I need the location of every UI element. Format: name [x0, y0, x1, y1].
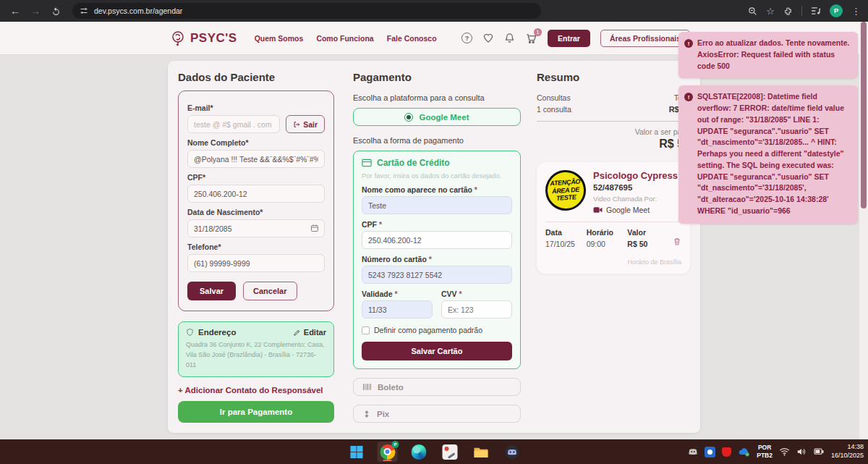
scrollbar-thumb[interactable]	[861, 22, 867, 208]
notifications-bell-icon[interactable]	[504, 33, 515, 43]
save-button[interactable]: Salvar	[187, 282, 236, 300]
bookmark-star-icon[interactable]: ☆	[766, 6, 775, 17]
pix-option[interactable]: Pix	[353, 405, 521, 423]
card-cpf-field[interactable]	[362, 231, 512, 249]
nav-fale-conosco[interactable]: Fale Conosco	[387, 34, 437, 43]
cancel-button[interactable]: Cancelar	[243, 282, 297, 300]
language-line2: PTB2	[757, 452, 773, 459]
logout-label: Sair	[303, 120, 318, 129]
tab-list-icon[interactable]	[811, 7, 821, 15]
chrome-taskbar-button[interactable]: P	[378, 442, 398, 462]
edge-taskbar-button[interactable]	[409, 442, 429, 462]
consultas-value: 1 consulta	[537, 105, 571, 114]
email-field[interactable]	[187, 115, 280, 133]
reload-icon[interactable]	[48, 3, 64, 19]
logout-button[interactable]: Sair	[286, 115, 325, 133]
chrome-profile-badge: P	[392, 441, 399, 448]
teamviewer-tray-icon[interactable]	[705, 447, 715, 457]
appointment-date: 17/10/25	[545, 240, 587, 248]
default-payment-checkbox[interactable]	[362, 326, 370, 334]
card-number-field[interactable]	[362, 266, 512, 284]
zoom-out-icon[interactable]	[748, 7, 757, 16]
site-logo[interactable]: PSYC'S	[169, 30, 237, 47]
cpf-field[interactable]	[187, 185, 325, 203]
patient-data-column: Dados do Paciente E-mail* Sair Nome Comp…	[178, 71, 334, 423]
platform-option-label: Google Meet	[419, 113, 469, 122]
error-icon: !	[684, 93, 693, 101]
page-scrollbar[interactable]	[859, 22, 868, 439]
boleto-option[interactable]: Boleto	[353, 378, 521, 396]
test-area-avatar: ATENÇÃO ÁREA DE TESTE	[544, 169, 587, 212]
card-name-field[interactable]	[362, 196, 512, 214]
snipping-tool-button[interactable]	[440, 442, 460, 462]
error-toast-sql[interactable]: ! SQLSTATE[22008]: Datetime field overfl…	[678, 85, 858, 223]
col-time-header: Horário	[587, 228, 628, 237]
system-tray: POR PTB2 14:38 16/10/2025	[688, 443, 864, 460]
address-text: Quadra 36 Conjunto K, 22 Complemento: Ca…	[186, 340, 326, 371]
add-responsible-contact-link[interactable]: + Adicionar Contato do Responsável	[178, 386, 334, 395]
browser-profile-avatar[interactable]: P	[830, 4, 843, 17]
appointment-time: 09:00	[587, 240, 628, 248]
back-icon[interactable]: ←	[7, 3, 23, 19]
platform-label: Escolha a plataforma para a consulta	[353, 93, 521, 102]
payment-section-title: Pagamento	[353, 71, 521, 83]
login-button[interactable]: Entrar	[548, 30, 590, 47]
required-asterisk: *	[475, 185, 477, 194]
windows-icon	[349, 445, 363, 459]
phone-field[interactable]	[187, 254, 325, 272]
discord-tray-icon[interactable]	[688, 447, 698, 457]
fullname-field[interactable]	[187, 150, 325, 168]
barcode-icon	[362, 383, 372, 391]
delete-appointment-icon[interactable]	[673, 237, 681, 246]
calendar-icon[interactable]	[310, 224, 319, 232]
payment-column: Pagamento Escolha a plataforma para a co…	[353, 71, 521, 423]
start-button[interactable]	[346, 442, 367, 462]
pix-icon	[362, 410, 371, 418]
birthdate-label: Data de Nascimento*	[187, 208, 325, 216]
discord-taskbar-button[interactable]	[502, 442, 522, 462]
col-date-header: Data	[545, 228, 587, 237]
snipping-tool-icon	[442, 444, 457, 460]
card-cvv-label: CVV	[441, 290, 457, 298]
cart-button[interactable]: 1	[525, 32, 537, 45]
wifi-icon[interactable]	[779, 447, 790, 456]
fullname-label: Nome Completo*	[187, 138, 325, 147]
battery-icon[interactable]	[813, 447, 825, 456]
nav-quem-somos[interactable]: Quem Somos	[255, 34, 304, 43]
professional-areas-button[interactable]: Áreas Profissionais	[600, 30, 690, 47]
forward-icon[interactable]: →	[27, 3, 43, 19]
address-bar[interactable]: dev.psycs.com.br/agendar	[72, 3, 541, 19]
volume-icon[interactable]	[796, 447, 807, 456]
url-text: dev.psycs.com.br/agendar	[94, 7, 182, 15]
required-asterisk: *	[395, 290, 398, 298]
credit-card-subtitle: Por favor, insira os dados do cartão des…	[362, 172, 512, 180]
nav-como-funciona[interactable]: Como Funciona	[316, 34, 373, 43]
antivirus-tray-icon[interactable]	[722, 447, 731, 457]
credit-card-panel[interactable]: Cartão de Crédito Por favor, insira os d…	[353, 151, 521, 369]
pencil-icon	[293, 329, 301, 337]
favorites-heart-icon[interactable]	[482, 33, 494, 43]
edit-address-button[interactable]: Editar	[293, 328, 326, 337]
patient-form: E-mail* Sair Nome Completo* CPF* Data de…	[178, 90, 334, 311]
extensions-icon[interactable]	[783, 7, 793, 16]
card-validity-field[interactable]	[362, 300, 433, 319]
taskbar-clock[interactable]: 14:38 16/10/2025	[831, 443, 864, 460]
consultas-label: Consultas	[537, 93, 571, 102]
birthdate-field[interactable]	[187, 219, 325, 237]
edit-address-label: Editar	[304, 328, 326, 337]
onedrive-tray-icon[interactable]	[738, 447, 750, 457]
browser-menu-icon[interactable]: ⋮	[851, 6, 861, 17]
card-cvv-field[interactable]	[441, 300, 512, 319]
platform-option-google-meet[interactable]: Google Meet	[353, 108, 521, 126]
go-to-payment-button[interactable]: Ir para Pagamento	[178, 401, 334, 423]
language-indicator[interactable]: POR PTB2	[757, 444, 773, 459]
clock-date: 16/10/2025	[831, 452, 864, 459]
file-explorer-button[interactable]	[471, 442, 491, 462]
error-toast-axios[interactable]: ! Erro ao atualizar dados. Tente novamen…	[678, 32, 858, 78]
logo-flower-icon	[169, 30, 187, 47]
browser-toolbar: ← → dev.psycs.com.br/agendar ☆ P ⋮	[0, 0, 868, 22]
help-icon[interactable]: ?	[461, 33, 472, 43]
email-label: E-mail*	[187, 104, 325, 112]
save-card-button[interactable]: Salvar Cartão	[362, 342, 512, 360]
logo-text: PSYC'S	[190, 31, 237, 46]
